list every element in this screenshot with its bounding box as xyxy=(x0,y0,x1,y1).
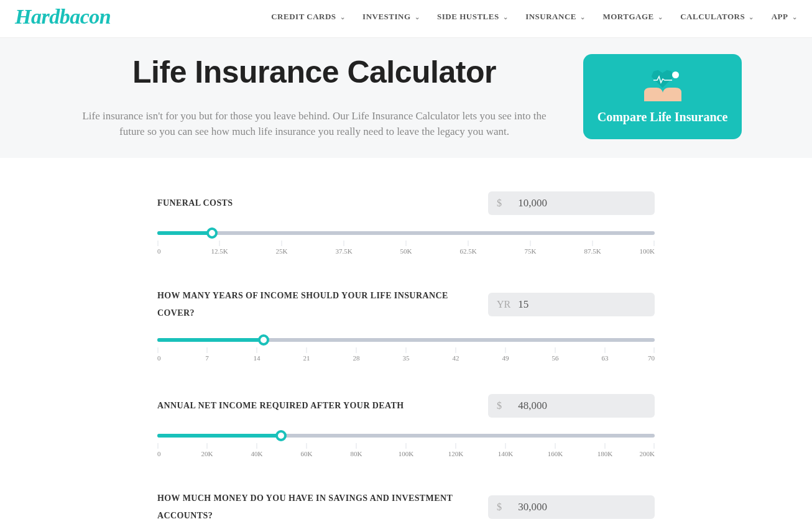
page-description: Life insurance isn't for you but for tho… xyxy=(70,109,558,139)
tick-mark: | xyxy=(400,240,412,246)
tick-mark: | xyxy=(597,443,612,449)
tick: |120K xyxy=(448,443,463,457)
tick: |200K xyxy=(640,443,655,457)
nav-item-insurance[interactable]: INSURANCE⌄ xyxy=(525,12,585,22)
slider-fill xyxy=(157,434,281,438)
tick: |40K xyxy=(251,443,263,457)
tick: |7 xyxy=(205,347,209,362)
slider-thumb[interactable] xyxy=(275,430,287,441)
tick-label: 180K xyxy=(597,450,612,457)
tick: |63 xyxy=(602,347,609,362)
slider-label: FUNERAL COSTS xyxy=(157,195,473,212)
tick-label: 0 xyxy=(157,450,161,457)
tick: |21 xyxy=(303,347,310,362)
tick: |180K xyxy=(597,443,612,457)
slider-track[interactable] xyxy=(157,338,655,342)
slider-row: FUNERAL COSTS$|0|12.5K|25K|37.5K|50K|62.… xyxy=(157,191,655,257)
tick-mark: | xyxy=(251,443,263,449)
tick-mark: | xyxy=(303,347,310,353)
tick-mark: | xyxy=(276,240,288,246)
tick: |0 xyxy=(157,240,161,255)
tick: |160K xyxy=(548,443,563,457)
slider-row: HOW MANY YEARS OF INCOME SHOULD YOUR LIF… xyxy=(157,287,655,364)
tick-label: 7 xyxy=(205,354,209,362)
tick-mark: | xyxy=(353,347,360,353)
tick-mark: | xyxy=(602,347,609,353)
tick-mark: | xyxy=(525,240,537,246)
slider-track[interactable] xyxy=(157,434,655,438)
brand-logo[interactable]: Hardbacon xyxy=(15,5,111,29)
tick-label: 80K xyxy=(351,450,362,457)
nav-item-mortgage[interactable]: MORTGAGE⌄ xyxy=(602,12,663,22)
tick: |42 xyxy=(453,347,459,362)
page-title: Life Insurance Calculator xyxy=(70,54,558,90)
tick-label: 75K xyxy=(525,247,537,255)
tick-mark: | xyxy=(552,347,559,353)
tick-label: 20K xyxy=(201,450,213,457)
tick: |35 xyxy=(403,347,410,362)
nav-item-investing[interactable]: INVESTING⌄ xyxy=(362,12,420,22)
nav-label: SIDE HUSTLES xyxy=(437,12,499,22)
tick: |50K xyxy=(400,240,412,255)
chevron-down-icon: ⌄ xyxy=(658,14,663,21)
cta-label: Compare Life Insurance xyxy=(597,110,728,124)
tick-label: 49 xyxy=(502,354,509,362)
chevron-down-icon: ⌄ xyxy=(503,14,509,21)
slider-fill xyxy=(157,338,264,342)
nav-item-credit-cards[interactable]: CREDIT CARDS⌄ xyxy=(271,12,345,22)
tick-label: 40K xyxy=(251,450,263,457)
nav-label: APP xyxy=(772,12,788,22)
chevron-down-icon: ⌄ xyxy=(749,14,754,21)
tick-mark: | xyxy=(201,443,213,449)
chevron-down-icon: ⌄ xyxy=(580,14,586,21)
tick: |60K xyxy=(301,443,313,457)
tick-mark: | xyxy=(498,443,513,449)
tick: |28 xyxy=(353,347,360,362)
nav-item-side-hustles[interactable]: SIDE HUSTLES⌄ xyxy=(437,12,508,22)
tick-label: 35 xyxy=(403,354,410,362)
slider-label: ANNUAL NET INCOME REQUIRED AFTER YOUR DE… xyxy=(157,397,473,415)
slider-ticks: |0|12.5K|25K|37.5K|50K|62.5K|75K|87.5K|1… xyxy=(157,240,655,257)
tick-mark: | xyxy=(205,347,209,353)
tick-mark: | xyxy=(459,240,476,246)
tick: |100K xyxy=(640,240,655,255)
value-input[interactable] xyxy=(518,197,646,209)
value-box: YR xyxy=(488,293,655,316)
tick: |140K xyxy=(498,443,513,457)
value-input[interactable] xyxy=(518,298,646,311)
tick-mark: | xyxy=(157,240,161,246)
compare-life-insurance-button[interactable]: Compare Life Insurance xyxy=(583,54,742,139)
slider-thumb[interactable] xyxy=(258,334,269,346)
tick-label: 50K xyxy=(400,247,412,255)
tick-mark: | xyxy=(453,347,459,353)
life-insurance-icon xyxy=(643,68,683,101)
slider-thumb[interactable] xyxy=(206,227,218,239)
value-box: $ xyxy=(488,495,655,519)
tick-label: 100K xyxy=(399,450,413,457)
slider-ticks: |0|7|14|21|28|35|42|49|56|63|70 xyxy=(157,347,655,364)
nav-item-app[interactable]: APP⌄ xyxy=(772,12,797,22)
nav-item-calculators[interactable]: CALCULATORS⌄ xyxy=(680,12,754,22)
tick: |100K xyxy=(399,443,413,457)
tick: |14 xyxy=(254,347,261,362)
tick-label: 12.5K xyxy=(211,247,228,255)
unit-label: $ xyxy=(497,502,518,513)
tick-label: 25K xyxy=(276,247,288,255)
slider-track[interactable] xyxy=(157,231,655,235)
nav-label: MORTGAGE xyxy=(602,12,653,22)
tick: |80K xyxy=(351,443,362,457)
tick-label: 100K xyxy=(640,247,655,255)
tick-mark: | xyxy=(211,240,228,246)
tick-mark: | xyxy=(254,347,261,353)
hero-section: Life Insurance Calculator Life insurance… xyxy=(0,38,812,158)
nav-label: CREDIT CARDS xyxy=(271,12,336,22)
top-nav: Hardbacon CREDIT CARDS⌄INVESTING⌄SIDE HU… xyxy=(0,0,812,38)
tick-label: 120K xyxy=(448,450,463,457)
value-input[interactable] xyxy=(518,400,646,412)
tick-label: 70 xyxy=(648,354,655,362)
value-input[interactable] xyxy=(518,501,646,513)
slider-ticks: |0|20K|40K|60K|80K|100K|120K|140K|160K|1… xyxy=(157,443,655,460)
tick-mark: | xyxy=(640,240,655,246)
tick-mark: | xyxy=(403,347,410,353)
tick-label: 28 xyxy=(353,354,360,362)
